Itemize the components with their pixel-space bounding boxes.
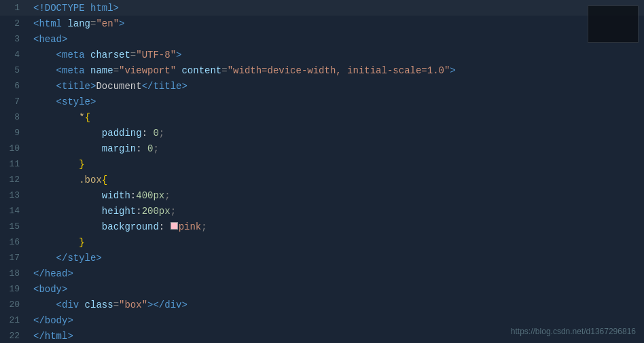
color-swatch-pink — [171, 222, 178, 230]
line-content: width:400px; — [31, 190, 644, 201]
line-number: 20 — [0, 300, 31, 310]
code-line: 12 .box{ — [0, 172, 644, 187]
code-line: 13 width:400px; — [0, 187, 644, 203]
code-line: 16 } — [0, 234, 644, 250]
line-content: } — [31, 159, 644, 170]
line-content: <body> — [31, 284, 644, 295]
line-content: <style> — [31, 96, 644, 107]
watermark: https://blog.csdn.net/d1367296816 — [511, 327, 636, 336]
line-content: margin: 0; — [31, 143, 644, 154]
code-line: 21 </body> — [0, 312, 644, 328]
line-number: 10 — [0, 143, 31, 154]
line-content: </head> — [31, 268, 644, 279]
line-number: 14 — [0, 206, 31, 216]
line-number: 12 — [0, 175, 31, 185]
line-number: 1 — [0, 3, 31, 13]
code-line: 1 <!DOCTYPE html> — [0, 0, 644, 16]
code-line: 17 </style> — [0, 250, 644, 266]
line-content: <!DOCTYPE html> — [31, 3, 644, 14]
line-number: 22 — [0, 331, 31, 341]
line-number: 6 — [0, 81, 31, 91]
code-line: 4 <meta charset="UTF-8"> — [0, 47, 644, 62]
editor-container: 1 <!DOCTYPE html> 2 <html lang="en"> 3 <… — [0, 0, 644, 343]
line-number: 19 — [0, 284, 31, 294]
line-number: 9 — [0, 128, 31, 138]
line-number: 5 — [0, 65, 31, 75]
code-line: 2 <html lang="en"> — [0, 16, 644, 31]
code-line: 8 *{ — [0, 109, 644, 125]
line-content: </body> — [31, 315, 644, 326]
line-content: height:200px; — [31, 206, 644, 217]
line-content: *{ — [31, 112, 644, 123]
line-number: 13 — [0, 190, 31, 200]
line-number: 2 — [0, 18, 31, 29]
minimap-thumbnail — [588, 5, 639, 43]
code-line: 9 padding: 0; — [0, 125, 644, 141]
code-line: 14 height:200px; — [0, 203, 644, 219]
line-content: <meta charset="UTF-8"> — [31, 50, 644, 60]
line-number: 8 — [0, 112, 31, 122]
line-content: <meta name="viewport" content="width=dev… — [31, 65, 644, 76]
line-content: .box{ — [31, 175, 644, 185]
line-number: 4 — [0, 50, 31, 60]
line-content: <div class="box"></div> — [31, 300, 644, 310]
code-line: 18 </head> — [0, 266, 644, 281]
line-number: 18 — [0, 268, 31, 278]
code-line: 5 <meta name="viewport" content="width=d… — [0, 62, 644, 78]
code-line: 19 <body> — [0, 281, 644, 297]
line-content: <html lang="en"> — [31, 18, 644, 29]
line-number: 3 — [0, 34, 31, 44]
line-content: <head> — [31, 34, 644, 45]
code-line: 20 <div class="box"></div> — [0, 297, 644, 312]
code-area: 1 <!DOCTYPE html> 2 <html lang="en"> 3 <… — [0, 0, 644, 343]
line-number: 11 — [0, 159, 31, 169]
code-line: 11 } — [0, 156, 644, 172]
line-content: </style> — [31, 253, 644, 264]
code-line: 6 <title>Document</title> — [0, 78, 644, 94]
line-number: 7 — [0, 96, 31, 107]
line-number: 16 — [0, 237, 31, 247]
line-number: 15 — [0, 221, 31, 232]
line-number: 17 — [0, 253, 31, 263]
code-line: 7 <style> — [0, 94, 644, 109]
code-line: 15 background: pink; — [0, 219, 644, 234]
code-line: 10 margin: 0; — [0, 141, 644, 156]
line-content: <title>Document</title> — [31, 81, 644, 92]
code-line: 3 <head> — [0, 31, 644, 47]
line-content: } — [31, 237, 644, 248]
line-content: background: pink; — [31, 221, 644, 232]
line-number: 21 — [0, 315, 31, 325]
line-content: padding: 0; — [31, 128, 644, 139]
